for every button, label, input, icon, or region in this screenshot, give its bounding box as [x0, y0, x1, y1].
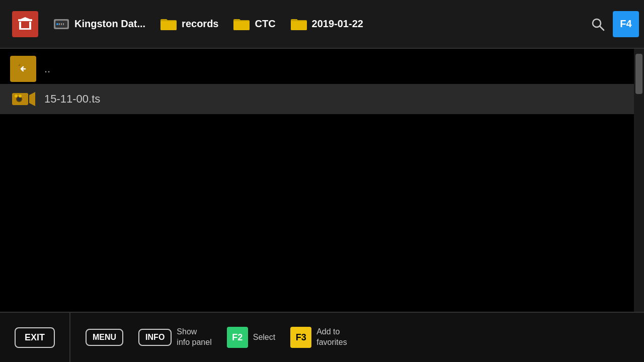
show-info-label: Showinfo panel [177, 327, 211, 348]
svg-point-18 [19, 95, 22, 98]
menu-button[interactable]: MENU [86, 329, 123, 346]
f2-button[interactable]: F2 [227, 327, 248, 348]
svg-point-16 [17, 97, 21, 101]
breadcrumb-kingston[interactable]: Kingston Dat... [45, 11, 152, 37]
breadcrumb-date[interactable]: 2019-01-22 [283, 11, 370, 37]
svg-line-10 [600, 26, 604, 30]
footer-bar: EXIT MENU INFO Showinfo panel F2 Select … [0, 312, 644, 362]
svg-marker-4 [18, 17, 32, 20]
footer-actions: MENU INFO Showinfo panel F2 Select F3 Ad… [70, 327, 362, 348]
exit-section: EXIT [0, 312, 70, 362]
breadcrumb-records[interactable]: records [152, 11, 225, 37]
favorites-action[interactable]: F3 Add tofavorites [290, 327, 347, 348]
search-button[interactable] [585, 11, 611, 37]
breadcrumb-bar: Kingston Dat... records CTC 2019-01-22 F… [0, 0, 644, 49]
video-file-icon [10, 86, 36, 112]
svg-point-17 [15, 95, 18, 98]
scrollbar[interactable] [634, 49, 644, 312]
svg-marker-5 [23, 23, 29, 28]
back-folder-icon [10, 56, 36, 82]
exit-button[interactable]: EXIT [15, 327, 55, 348]
info-button[interactable]: INFO [138, 329, 172, 346]
records-label: records [182, 18, 218, 30]
folder-icon-date [290, 15, 308, 33]
svg-marker-14 [29, 92, 35, 106]
home-icon [12, 11, 38, 37]
breadcrumb-ctc[interactable]: CTC [225, 11, 282, 37]
date-label: 2019-01-22 [312, 18, 363, 30]
f3-button[interactable]: F3 [290, 327, 311, 348]
info-action[interactable]: INFO Showinfo panel [138, 327, 212, 348]
usb-icon [52, 15, 70, 33]
select-action[interactable]: F2 Select [227, 327, 275, 348]
back-row[interactable]: .. [0, 54, 634, 84]
svg-point-8 [56, 23, 58, 25]
menu-action[interactable]: MENU [86, 329, 123, 346]
main-content: .. 15-11-00.ts [0, 49, 644, 312]
folder-icon-ctc [232, 15, 251, 33]
search-icon [591, 17, 605, 31]
ctc-label: CTC [255, 18, 275, 30]
folder-icon-records [159, 15, 178, 33]
f4-button[interactable]: F4 [613, 11, 639, 37]
svg-rect-3 [19, 28, 31, 30]
favorites-label: Add tofavorites [316, 327, 347, 348]
back-label: .. [44, 62, 50, 75]
file-name: 15-11-00.ts [44, 93, 100, 106]
select-label: Select [253, 332, 275, 343]
file-list: .. 15-11-00.ts [0, 49, 634, 312]
breadcrumb-home[interactable] [5, 7, 45, 41]
kingston-label: Kingston Dat... [74, 18, 145, 30]
scrollbar-thumb [635, 54, 642, 94]
file-row[interactable]: 15-11-00.ts [0, 84, 634, 114]
